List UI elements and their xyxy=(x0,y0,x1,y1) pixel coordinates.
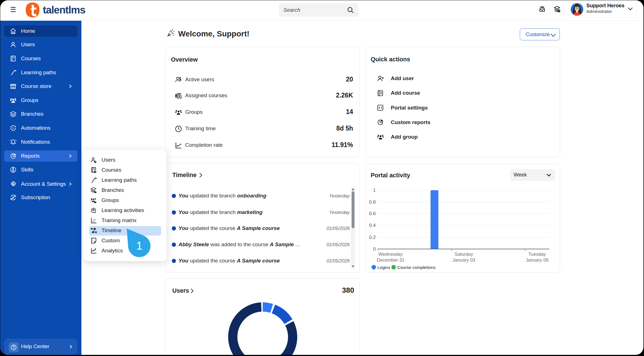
svg-text:1: 1 xyxy=(136,239,142,252)
